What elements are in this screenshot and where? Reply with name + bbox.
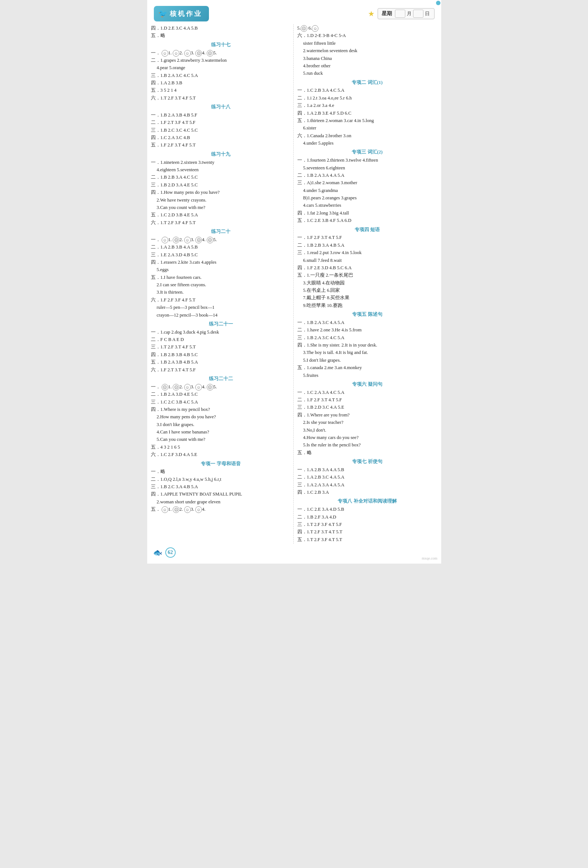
r-top-6b: 2.watermelon seventeen desk (297, 47, 437, 55)
s20-5c: 3.It is thirteen. (151, 289, 291, 296)
section-zy3-title: 专项三 词汇(2) (297, 148, 437, 156)
zy6-1: 一．1.C 2.A 3.A 4.C 5.A (297, 389, 437, 396)
section-zy2-title: 专项二 词汇(1) (297, 79, 437, 87)
left-top-1: 四．1.D 2.E 3.C 4.A 5.B (151, 25, 291, 32)
section-18-title: 练习十八 (151, 103, 291, 111)
s18-4: 四．1.C 2.A 3.C 4.B (151, 134, 291, 141)
s17-5: 五．3 5 2 1 4 (151, 87, 291, 94)
sm-zy1-3: ☺ (184, 506, 191, 513)
zy4-2: 二．1.B 2.B 3.A 4.B 5.A (297, 242, 437, 249)
s22-3: 三．1.C 2.C 3.B 4.C 5.A (151, 399, 291, 406)
s19-1b: 4.eighteen 5.seventeen (151, 167, 291, 173)
main-content: 四．1.D 2.E 3.C 4.A 5.B 五．略 练习十七 一． ☺1. ☺2… (147, 23, 441, 545)
sm20-1: ☺ (162, 237, 168, 244)
zy8-1: 一．1.C 2.E 3.A 4.D 5.B (297, 506, 437, 513)
left-top-2: 五．略 (151, 32, 291, 39)
zy3-5: 五．1.C 2.E 3.B 4.F 5.A 6.D (297, 217, 437, 224)
zy6-4b: 2.Is she your teacher? (297, 419, 437, 426)
left-column: 四．1.D 2.E 3.C 4.A 5.B 五．略 练习十七 一． ☺1. ☺2… (151, 24, 294, 544)
header-right: ★ 星期 月 日 (368, 8, 434, 19)
smiley-3: ☺ (184, 50, 191, 57)
s17-2: 二．1.grapes 2.strawberry 3.watermelon (151, 57, 291, 64)
s18-5: 五．1.F 2.F 3.T 4.F 5.T (151, 142, 291, 149)
s22-2: 二．1.B 2.A 3.D 4.E 5.C (151, 391, 291, 398)
s21-1: 一．1.cap 2.dog 3.duck 4.pig 5.desk (151, 329, 291, 336)
sm20-3: ☺ (184, 237, 191, 244)
zy2-5b: 6.sister (297, 125, 437, 132)
zy2-4: 四．1.A 2.B 3.E 4.F 5.D 6.C (297, 110, 437, 117)
star-icon: ★ (368, 8, 375, 19)
page: 🐦 核机作业 ★ 星期 月 日 四．1.D 2.E 3.C 4.A 5.B 五．… (147, 0, 441, 564)
s22-4b: 2.How many pens do you have? (151, 413, 291, 421)
r-top-6: 六．1.D 2-E 3-B 4-C 5-A (297, 32, 437, 39)
s20-6a: 六．1.F 2.F 3.F 4.F 5.T (151, 297, 291, 304)
s21-6: 六．1.F 2.T 3.T 4.T 5.F (151, 366, 291, 373)
s22-4d: 4.Can I have some bananas? (151, 429, 291, 435)
watermark: mxqe.com (422, 555, 437, 561)
page-header: 🐦 核机作业 ★ 星期 月 日 (147, 4, 441, 23)
zy8-5: 五．1.T 2.F 3.F 4.T 5.T (297, 536, 437, 543)
s20-5a: 五．1.I have fourteen cars. (151, 274, 291, 281)
s19-6: 六．1.T 2.F 3.F 4.F 5.T (151, 219, 291, 226)
sm22-5: ☹ (207, 384, 213, 391)
logo-bird-icon: 🐦 (158, 8, 167, 19)
zy3-1a: 一．1.fourteen 2.thirteen 3.twelve 4.fifte… (297, 157, 437, 164)
zy6-4e: 5.Is the ruler in the pencil box? (297, 441, 437, 449)
zy6-2: 二．1.F 2.F 3.T 4.T 5.F (297, 396, 437, 403)
sm-zy1-4: ☺ (195, 506, 202, 513)
s18-1: 一．1.B 2.A 3.B 4.B 5.F (151, 112, 291, 119)
s19-4b: 2.We have twenty crayons. (151, 197, 291, 204)
s22-4c: 3.I don't like grapes. (151, 421, 291, 428)
zy5-4a: 四．1.She is my sister. 2.It is in your de… (297, 342, 437, 349)
zy4-5b: 3.大眼睛 4.在动物园 (297, 280, 437, 286)
zy4-3a: 三．1.read 2.put 3.row 4.in 5.look (297, 249, 437, 256)
smiley-1: ☺ (162, 50, 168, 57)
zy6-4c: 3.No,I don't. (297, 427, 437, 434)
zy8-2: 二．1.B 2.F 3.A 4.D (297, 514, 437, 521)
s17-4: 四．1.A 2.B 3.B (151, 80, 291, 87)
zy3-2: 二．1.B 2.A 3.A 4.A 5.A (297, 172, 437, 179)
s22-4a: 四．1.Where is my pencil box? (151, 406, 291, 413)
smiley-4: ☹ (195, 50, 202, 57)
date-boxes: 月 日 (395, 10, 430, 18)
s20-3: 三．1.E 2.A 3.D 4.B 5.C (151, 251, 291, 258)
s17-1: 一． ☺1. ☺2. ☺3. ☹4. ☹5. (151, 50, 291, 57)
s19-5: 五．1.C 2.D 3.B 4.E 5.A (151, 211, 291, 218)
zy1-1: 一．略 (151, 468, 291, 475)
weekday-label: 星期 (382, 10, 392, 18)
section-zy4-title: 专项四 短语 (297, 226, 437, 234)
day-label: 日 (425, 10, 430, 18)
month-label: 月 (407, 10, 412, 18)
zy4-5e: 9.吃些苹果 10.赛跑 (297, 302, 437, 309)
s19-4a: 四．1.How many pens do you have? (151, 189, 291, 196)
r-top-6a: sister fifteen little (297, 40, 437, 47)
sm-zy1-1: ☺ (162, 506, 168, 513)
sm-r5: ☹ (301, 25, 307, 32)
s21-5: 五．1.B 2.A 3.B 4.B 5.A (151, 359, 291, 366)
s17-6: 六．1.T 2.F 3.T 4.F 5.T (151, 94, 291, 102)
zy8-4: 四．1.T 2.F 3.T 4.T 5.T (297, 528, 437, 536)
zy7-2: 二．1.A 2.B 3.C 4.A 5.A (297, 474, 437, 481)
section-zy5-title: 专项五 陈述句 (297, 311, 437, 319)
section-21-title: 练习二十一 (151, 320, 291, 328)
s22-1: 一． ☹1. ☹2. ☺3. ☺4. ☹5. (151, 384, 291, 391)
section-zy8-title: 专项八 补全对话和阅读理解 (297, 497, 437, 505)
s20-4a: 四．1.erasers 2.kite 3.cats 4.apples (151, 259, 291, 266)
s21-3: 三．1.T 2.F 3.T 4.F 5.T (151, 344, 291, 351)
zy6-4a: 四．1.Where are you from? (297, 412, 437, 419)
s20-4b: 5.eggs (151, 266, 291, 273)
day-box (413, 10, 423, 18)
s18-2: 二．1.F 2.T 3.F 4.T 5.F (151, 119, 291, 126)
s17-3: 三．1.B 2.A 3.C 4.C 5.A (151, 72, 291, 79)
page-footer: 🐟 62 (147, 545, 441, 560)
zy3-3b: 4.under 5.grandma (297, 187, 437, 194)
zy5-1: 一．1.B 2.A 3.C 4.A 5.A (297, 319, 437, 326)
zy2-1: 一．1.C 2.B 3.A 4.C 5.A (297, 87, 437, 94)
section-19-title: 练习十九 (151, 151, 291, 158)
sm20-2: ☹ (173, 237, 179, 244)
logo-badge: 🐦 核机作业 (154, 6, 209, 21)
s21-2: 二．F C B A E D (151, 336, 291, 343)
zy2-3: 三．1.a 2.or 3.a 4.e (297, 102, 437, 109)
s19-3: 三．1.B 2.D 3.A 4.E 5.C (151, 182, 291, 189)
s18-3: 三．1.B 2.C 3.C 4.C 5.C (151, 127, 291, 134)
